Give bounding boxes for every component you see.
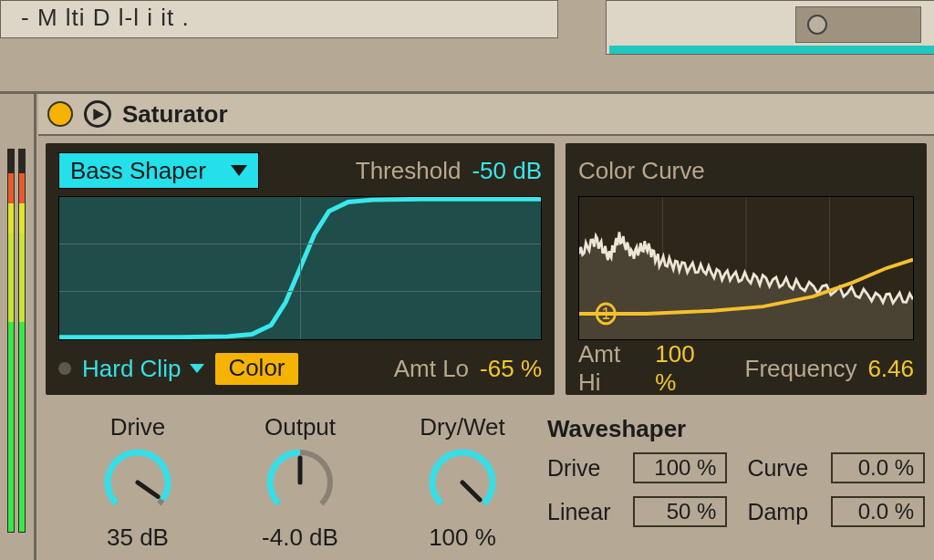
truncated-title: - M lti D l-l i it . — [21, 4, 190, 32]
drive-knob-label: Drive — [110, 413, 166, 441]
ws-curve-label: Curve — [747, 455, 811, 482]
chevron-down-icon — [190, 364, 204, 373]
drywet-knob-value[interactable]: 100 % — [429, 524, 496, 552]
amt-hi-label: Amt Hi — [578, 340, 644, 397]
drywet-knob[interactable] — [425, 445, 500, 520]
color-curve-title: Color Curve — [578, 152, 914, 189]
drywet-knob-block: Dry/Wet 100 % — [385, 413, 540, 552]
svg-line-6 — [138, 482, 158, 496]
preset-select[interactable]: Bass Shaper — [58, 152, 259, 189]
level-meter-right — [18, 149, 26, 533]
svg-text:1: 1 — [602, 305, 610, 324]
waveshaper-title: Waveshaper — [547, 415, 925, 443]
ws-curve-value[interactable]: 0.0 % — [831, 452, 925, 483]
play-icon — [92, 109, 104, 120]
output-knob[interactable] — [263, 445, 337, 520]
drywet-knob-label: Dry/Wet — [420, 413, 504, 441]
ws-drive-value[interactable]: 100 % — [633, 452, 727, 483]
shape-mode-select[interactable]: Hard Clip — [82, 355, 204, 383]
output-knob-value[interactable]: -4.0 dB — [262, 524, 338, 552]
amt-hi-value[interactable]: 100 % — [655, 340, 717, 397]
device-on-indicator[interactable] — [47, 101, 73, 127]
frequency-label: Frequency — [745, 355, 857, 383]
spectrum-svg: 1 — [579, 197, 913, 339]
color-curve-panel: Color Curve 1 Amt Hi 100 % — [566, 143, 927, 395]
ws-linear-value[interactable]: 50 % — [633, 496, 727, 527]
waveshaper-section: Waveshaper Drive 100 % Curve 0.0 % Linea… — [547, 413, 925, 552]
ws-linear-label: Linear — [547, 499, 613, 525]
shape-mode-label: Hard Clip — [82, 355, 181, 383]
svg-line-8 — [462, 482, 480, 500]
meter-gutter — [0, 94, 36, 560]
drive-knob-block: Drive 35 dB — [60, 413, 215, 552]
top-clip-panel: - M lti D l-l i it . — [0, 0, 558, 38]
threshold-label: Threshold — [356, 157, 462, 185]
chevron-down-icon — [231, 165, 247, 176]
preview-play-button[interactable] — [84, 100, 111, 128]
output-knob-label: Output — [265, 413, 336, 441]
preset-label: Bass Shaper — [70, 157, 206, 185]
accent-strip — [609, 46, 934, 54]
clip-led — [58, 362, 71, 375]
top-right-panel — [606, 0, 934, 55]
color-button-label: Color — [228, 354, 285, 381]
amt-lo-value[interactable]: -65 % — [480, 355, 542, 383]
level-meter-left — [7, 149, 15, 533]
frequency-value[interactable]: 6.46 — [867, 355, 914, 383]
svg-marker-0 — [93, 109, 104, 120]
ws-damp-value[interactable]: 0.0 % — [831, 496, 925, 527]
record-slot[interactable] — [795, 6, 921, 43]
ws-damp-label: Damp — [747, 499, 811, 525]
amt-lo-label: Amt Lo — [394, 355, 469, 383]
saturator-device: Saturator Bass Shaper Threshold -50 dB — [38, 94, 934, 560]
ws-drive-label: Drive — [547, 455, 613, 482]
threshold-value[interactable]: -50 dB — [472, 157, 542, 185]
record-icon — [807, 15, 827, 35]
drive-knob[interactable] — [100, 445, 175, 520]
saturation-panel: Bass Shaper Threshold -50 dB — [46, 143, 555, 395]
drive-knob-value[interactable]: 35 dB — [107, 524, 169, 552]
color-curve-display[interactable]: 1 — [578, 196, 914, 340]
device-title: Saturator — [122, 100, 228, 129]
color-toggle-button[interactable]: Color — [215, 353, 297, 385]
transfer-curve-display[interactable] — [58, 196, 542, 340]
output-knob-block: Output -4.0 dB — [223, 413, 378, 552]
